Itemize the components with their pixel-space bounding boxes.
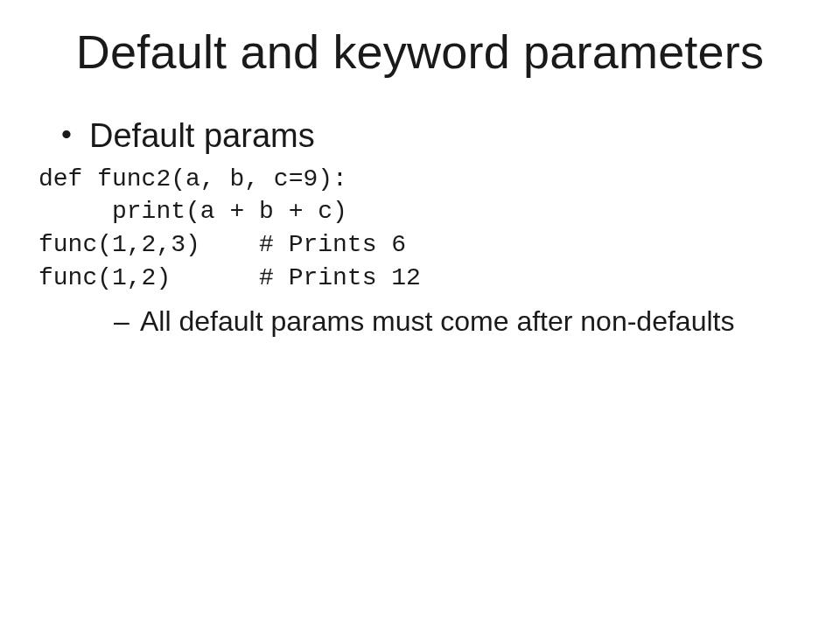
sub-bullet-text: All default params must come after non-d… xyxy=(140,305,734,337)
slide: Default and keyword parameters Default p… xyxy=(0,0,840,630)
code-line-2: print(a + b + c) xyxy=(38,198,347,225)
code-block: def func2(a, b, c=9): print(a + b + c) f… xyxy=(38,163,814,295)
bullet-default-params: Default params xyxy=(61,116,814,158)
slide-title: Default and keyword parameters xyxy=(26,24,814,79)
bullet-list: Default params xyxy=(26,116,814,158)
sub-bullet-list: All default params must come after non-d… xyxy=(26,304,814,340)
code-line-4: func(1,2) # Prints 12 xyxy=(38,264,421,291)
sub-bullet-rule: All default params must come after non-d… xyxy=(114,304,814,340)
code-line-3: func(1,2,3) # Prints 6 xyxy=(38,231,406,258)
code-line-1: def func2(a, b, c=9): xyxy=(38,165,347,192)
bullet-text: Default params xyxy=(89,117,315,154)
